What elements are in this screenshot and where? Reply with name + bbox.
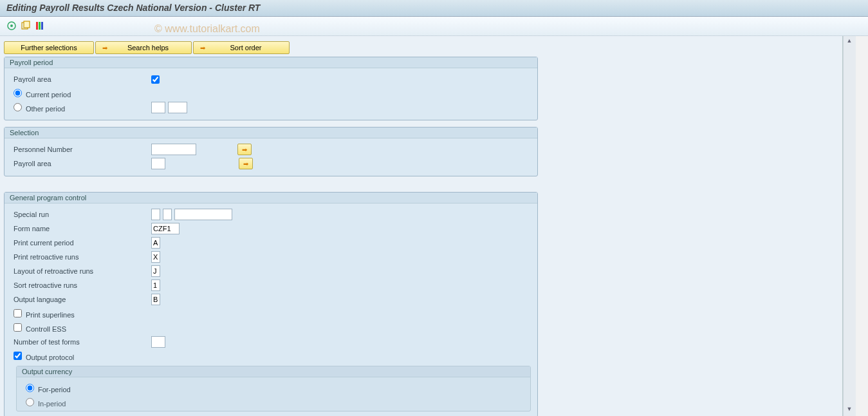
print-superlines-checkbox[interactable] xyxy=(14,309,22,317)
group-title: Selection xyxy=(5,128,537,138)
output-protocol-label: Output protocol xyxy=(26,354,74,361)
in-period-radio[interactable] xyxy=(26,398,34,406)
form-name-input[interactable] xyxy=(151,223,180,234)
payroll-area-sel-input[interactable] xyxy=(151,158,165,169)
further-selections-button[interactable]: Further selections xyxy=(4,41,94,54)
group-payroll-period: Payroll period Payroll area Current peri… xyxy=(4,57,538,120)
special-run-label: Special run xyxy=(14,211,149,218)
layout-retro-input[interactable] xyxy=(151,265,160,277)
scroll-up-icon[interactable]: ▲ xyxy=(845,37,854,46)
num-test-forms-input[interactable] xyxy=(151,336,165,348)
payroll-area-multiple-selection-button[interactable] xyxy=(239,158,253,169)
form-name-label: Form name xyxy=(14,225,149,232)
personnel-number-label: Personnel Number xyxy=(14,146,149,153)
controll-ess-checkbox[interactable] xyxy=(14,323,22,332)
group-title: Payroll period xyxy=(5,57,537,68)
sort-order-button[interactable]: Sort order xyxy=(193,41,290,54)
payroll-area-sel-label: Payroll area xyxy=(14,160,149,167)
group-output-currency: Output currency For-period In-period xyxy=(16,366,531,411)
group-title: General program control xyxy=(5,193,537,203)
other-period-option[interactable]: Other period xyxy=(14,103,149,113)
svg-rect-5 xyxy=(39,22,41,30)
other-period-label: Other period xyxy=(26,105,65,113)
print-current-label: Print current period xyxy=(14,239,149,247)
in-period-label: In-period xyxy=(38,400,66,408)
current-period-radio[interactable] xyxy=(14,89,22,97)
scroll-down-icon[interactable]: ▼ xyxy=(845,406,854,415)
group-title: Output currency xyxy=(17,366,530,377)
for-period-radio[interactable] xyxy=(26,384,34,392)
num-test-forms-label: Number of test forms xyxy=(14,338,149,346)
personnel-number-input[interactable] xyxy=(151,144,196,155)
layout-retro-label: Layout of retroactive runs xyxy=(14,267,149,275)
payroll-area-checkbox[interactable] xyxy=(151,75,160,84)
search-helps-label: Search helps xyxy=(111,44,185,52)
output-protocol-checkbox[interactable] xyxy=(14,352,22,360)
execute-icon[interactable] xyxy=(6,21,17,32)
color-legend-icon[interactable] xyxy=(35,21,45,32)
svg-rect-3 xyxy=(24,21,30,28)
vertical-scrollbar[interactable]: ▲ ▼ xyxy=(843,36,856,416)
arrow-right-icon xyxy=(242,146,247,153)
search-helps-button[interactable]: Search helps xyxy=(95,41,192,54)
controll-ess-label: Controll ESS xyxy=(26,325,66,333)
print-retro-input[interactable] xyxy=(151,251,160,263)
svg-point-1 xyxy=(10,24,13,27)
for-period-label: For-period xyxy=(38,386,71,393)
sort-retro-label: Sort retroactive runs xyxy=(14,281,149,289)
other-period-field-1[interactable] xyxy=(151,102,165,113)
other-period-field-2[interactable] xyxy=(168,102,187,113)
arrow-right-icon xyxy=(243,160,248,167)
for-period-option[interactable]: For-period xyxy=(26,384,161,393)
print-superlines-option[interactable]: Print superlines xyxy=(14,309,149,319)
personnel-multiple-selection-button[interactable] xyxy=(237,144,252,155)
window-title: Editing Payroll Results Czech National V… xyxy=(0,0,868,17)
controll-ess-option[interactable]: Controll ESS xyxy=(14,323,149,333)
print-superlines-label: Print superlines xyxy=(26,311,75,319)
sort-retro-input[interactable] xyxy=(151,279,160,291)
arrow-right-icon xyxy=(200,44,205,52)
output-lang-input[interactable] xyxy=(151,294,160,305)
output-protocol-option[interactable]: Output protocol xyxy=(14,352,149,361)
current-period-option[interactable]: Current period xyxy=(14,89,149,99)
special-run-input-1[interactable] xyxy=(151,209,160,220)
special-run-input-2[interactable] xyxy=(163,209,172,220)
svg-rect-6 xyxy=(41,22,43,30)
selection-screen: Further selections Search helps Sort ord… xyxy=(0,36,843,416)
special-run-input-3[interactable] xyxy=(174,209,232,220)
group-general-control: General program control Special run Form… xyxy=(4,192,538,416)
svg-rect-4 xyxy=(36,22,38,30)
other-period-radio[interactable] xyxy=(14,103,22,111)
current-period-label: Current period xyxy=(26,91,71,99)
app-toolbar xyxy=(0,17,868,36)
sort-order-label: Sort order xyxy=(209,44,282,52)
output-lang-label: Output language xyxy=(14,296,149,303)
in-period-option[interactable]: In-period xyxy=(26,398,161,408)
group-selection: Selection Personnel Number Payroll area xyxy=(4,127,538,176)
arrow-right-icon xyxy=(102,44,107,52)
get-variant-icon[interactable] xyxy=(21,21,31,32)
print-current-input[interactable] xyxy=(151,237,160,249)
payroll-area-label: Payroll area xyxy=(14,75,149,83)
print-retro-label: Print retroactive runs xyxy=(14,253,149,261)
